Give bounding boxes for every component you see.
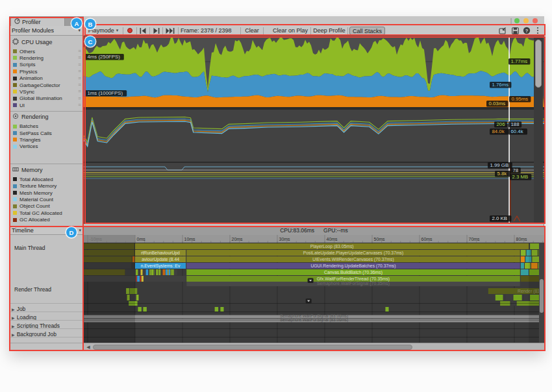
legend-color-swatch <box>13 197 17 201</box>
timeline-bar-fragment <box>521 256 525 262</box>
legend-label: Batches <box>19 123 38 129</box>
thread-separator <box>9 328 84 329</box>
legend-item-physics[interactable]: Physics= <box>9 68 84 75</box>
legend-item-garbagecollector[interactable]: GarbageCollector= <box>9 82 84 88</box>
legend-color-swatch <box>13 69 17 73</box>
value-badge <box>490 129 508 135</box>
legend-color-swatch <box>13 204 17 208</box>
legend-color-swatch <box>13 211 17 215</box>
legend-label: Texture Memory <box>19 183 56 189</box>
tab-title: Profiler <box>22 19 41 25</box>
timeline-bar[interactable] <box>186 263 520 269</box>
legend-item-mesh-memory[interactable]: Mesh Memory <box>9 190 84 196</box>
legend-item-gc-allocated[interactable]: GC Allocated <box>9 217 84 223</box>
legend-item-batches[interactable]: Batches <box>9 123 84 130</box>
timeline-hscrollbar-thumb[interactable] <box>93 345 412 350</box>
drag-handle-icon[interactable]: = <box>78 95 81 101</box>
legend-item-total-gc-allocated[interactable]: Total GC Allocated <box>9 210 84 216</box>
value-badge <box>495 171 511 177</box>
timeline-ruler[interactable] <box>84 235 544 243</box>
traffic-light-yellow[interactable] <box>523 18 529 23</box>
drag-handle-icon[interactable]: = <box>78 102 81 108</box>
context-menu-button[interactable] <box>533 26 542 35</box>
value-badge <box>490 82 511 88</box>
help-button[interactable]: ? <box>521 26 532 35</box>
legend-color-swatch <box>13 49 17 53</box>
annotation-label-a: A <box>71 18 82 29</box>
load-profile-button[interactable] <box>497 26 508 35</box>
current-frame-button[interactable] <box>164 26 177 35</box>
timeline-bar[interactable] <box>186 276 520 282</box>
drag-handle-icon[interactable]: = <box>78 88 81 94</box>
drag-handle-icon[interactable]: = <box>78 48 81 54</box>
legend-item-vertices[interactable]: Vertices <box>9 143 84 150</box>
timeline-bar[interactable] <box>135 250 186 256</box>
record-button[interactable] <box>124 26 136 35</box>
drag-handle-icon[interactable]: = <box>78 75 81 81</box>
timeline-bar[interactable] <box>186 282 520 286</box>
legend-item-object-count[interactable]: Object Count <box>9 203 84 210</box>
tab-profiler[interactable]: Profiler <box>10 17 65 26</box>
expander-arrow-icon[interactable]: ▶ <box>12 307 15 312</box>
legend-item-rendering[interactable]: Rendering= <box>9 55 84 61</box>
thread-row-main-thread[interactable]: Main Thread <box>9 244 84 252</box>
section-header-rendering[interactable]: Rendering <box>9 113 84 121</box>
section-title: Memory <box>21 167 43 173</box>
thread-row-render-thread[interactable]: Render Thread <box>9 286 84 293</box>
legend-item-others[interactable]: Others= <box>9 48 84 55</box>
legend-item-total-allocated[interactable]: Total Allocated <box>9 176 84 182</box>
deep-profile-toggle[interactable]: Deep Profile <box>312 26 346 35</box>
traffic-light-green[interactable] <box>514 18 520 23</box>
profiler-charts[interactable]: 4ms (250FPS)1ms (1000FPS)1.77ms1.76ms0.0… <box>83 36 544 224</box>
prev-frame-button[interactable] <box>138 26 149 35</box>
timeline-bar[interactable] <box>135 263 186 269</box>
legend-item-material-count[interactable]: Material Count <box>9 196 84 202</box>
tab-overflow-icon[interactable]: ⋮ <box>508 18 514 24</box>
legend-item-animation[interactable]: Animation= <box>9 75 84 82</box>
drag-handle-icon[interactable]: = <box>78 68 81 74</box>
expander-arrow-icon[interactable]: ▶ <box>12 332 15 337</box>
legend-item-texture-memory[interactable]: Texture Memory <box>9 183 84 190</box>
expander-arrow-icon[interactable]: ▶ <box>12 315 15 320</box>
drag-handle-icon[interactable]: = <box>78 82 81 88</box>
profiler-modules-dropdown[interactable]: Profiler Modules ▾ <box>9 26 84 36</box>
window-traffic-lights <box>514 18 538 23</box>
call-stacks-toggle[interactable]: Call Stacks <box>349 27 385 35</box>
timeline-hscrollbar-track[interactable]: ◀ <box>84 343 544 350</box>
timeline-bar[interactable] <box>186 269 520 275</box>
timeline-bar[interactable] <box>186 256 520 262</box>
section-header-memory[interactable]: Memory <box>9 165 84 174</box>
legend-item-ui[interactable]: UI= <box>9 102 84 108</box>
scroll-left-arrow-icon[interactable]: ◀ <box>84 344 92 350</box>
section-header-cpu-usage[interactable]: CPU Usage <box>9 38 84 46</box>
legend-label: Vertices <box>19 143 38 149</box>
thread-separator <box>9 312 84 312</box>
legend-item-triangles[interactable]: Triangles <box>9 136 84 143</box>
timeline-bar-fragment <box>385 307 388 312</box>
timeline-canvas[interactable]: -10ms0ms10ms20ms30ms40ms50ms60ms70ms80ms… <box>84 235 544 343</box>
legend-item-global-illumination[interactable]: Global Illumination= <box>9 95 84 102</box>
timeline-vscrollbar-thumb[interactable] <box>540 279 544 313</box>
value-badge <box>508 58 530 65</box>
drag-handle-icon[interactable]: = <box>78 62 81 67</box>
traffic-light-red[interactable] <box>533 18 538 23</box>
legend-label: VSync <box>19 89 34 95</box>
timeline-bar[interactable] <box>84 315 544 319</box>
timeline-bar[interactable] <box>135 243 529 249</box>
chart-scrollbar-thumb[interactable] <box>535 40 542 88</box>
timeline-bar[interactable] <box>186 250 520 256</box>
cpu-icon <box>12 38 19 46</box>
save-profile-button[interactable] <box>510 26 520 35</box>
clear-on-play-toggle[interactable]: Clear on Play <box>271 26 309 35</box>
drag-handle-icon[interactable]: = <box>78 55 81 60</box>
annotation-label-d: D <box>66 227 77 238</box>
legend-item-scripts[interactable]: Scripts= <box>9 62 84 68</box>
clear-button[interactable]: Clear <box>242 26 262 35</box>
next-frame-button[interactable] <box>151 26 162 35</box>
toolbar-separator <box>162 27 163 34</box>
legend-label: UI <box>19 103 25 108</box>
legend-item-setpass-calls[interactable]: SetPass Calls <box>9 130 84 136</box>
legend-item-vsync[interactable]: VSync= <box>9 88 84 95</box>
timeline-bar[interactable] <box>135 256 186 262</box>
expander-arrow-icon[interactable]: ▶ <box>12 324 15 328</box>
